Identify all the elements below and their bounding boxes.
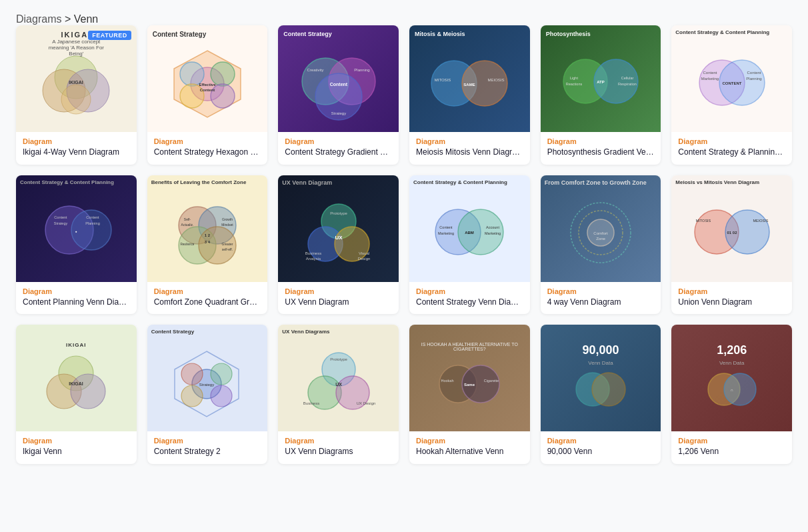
card-item[interactable]: Content Strategy & Content Planning Cont… [671,25,792,165]
card-title: 1,206 Venn [678,447,785,457]
breadcrumb-current: Venn [74,13,98,25]
card-item[interactable]: IS HOOKAH A HEALTHIER ALTERNATIVE TO CIG… [409,325,530,464]
svg-text:Business: Business [303,401,319,405]
card-type-label: Diagram [416,137,523,145]
svg-point-92 [211,363,232,385]
card-type-label: Diagram [678,137,785,145]
card-thumbnail-15: UX Venn Diagrams Prototype Business UX D… [278,325,399,431]
svg-text:Prototype: Prototype [330,211,347,215]
card-title: Hookah Alternative Venn [416,447,523,457]
card-item[interactable]: UX Venn Diagram Prototype Business Analy… [278,175,399,315]
svg-point-91 [181,363,203,385]
card-item[interactable]: IKIGAI A Japanese concept meaning 'A Rea… [16,25,137,165]
svg-text:Marketing: Marketing [485,231,501,235]
svg-text:Actualiz.: Actualiz. [181,223,194,227]
svg-text:Account: Account [486,225,499,229]
card-thumbnail-9: UX Venn Diagram Prototype Business Analy… [278,175,399,282]
card-type-label: Diagram [547,287,655,295]
card-item[interactable]: Content Strategy Effective Content Diagr… [147,25,268,165]
svg-point-94 [211,385,232,407]
svg-point-111 [724,373,756,405]
card-item[interactable]: From Comfort Zone to Growth Zone Comfort… [541,175,661,315]
card-title: 90,000 Venn [547,447,655,457]
svg-text:Greater: Greater [222,242,233,246]
card-item[interactable]: Mitosis & Meiosis MITOSIS MEIOSIS SAME D… [409,25,530,165]
svg-text:UX Design: UX Design [356,401,375,405]
svg-text:UX: UX [335,235,343,241]
card-type-label: Diagram [285,437,392,445]
card-type-label: Diagram [547,137,655,145]
card-thumbnail-1: IKIGAI A Japanese concept meaning 'A Rea… [16,25,137,132]
svg-text:1  2: 1 2 [205,233,211,237]
svg-text:Hookah: Hookah [441,379,454,383]
card-type-label: Diagram [678,437,785,445]
svg-text:Creativity: Creativity [307,68,323,72]
card-type-label: Diagram [416,287,523,295]
svg-text:Cigarette: Cigarette [484,379,499,383]
svg-text:Prototype: Prototype [330,357,347,361]
svg-text:Content: Content [329,82,347,87]
breadcrumb: Diagrams > Venn [16,13,792,25]
card-title: UX Venn Diagram [285,297,392,308]
card-type-label: Diagram [154,137,261,145]
svg-text:Marketing: Marketing [701,77,718,81]
card-thumbnail-12: Meiosis vs Mitosis Venn Diagram MITOSIS … [671,175,792,282]
card-item[interactable]: IKIGAI IKIGAI DiagramIkigai Venn [16,325,137,464]
svg-text:CONTENT: CONTENT [722,81,741,85]
card-item[interactable]: Photosynthesis Light Reactions Cellular … [541,25,661,165]
card-title: Content Strategy & Planning Ve... [678,147,785,158]
card-title: Content Strategy 2 [154,447,261,457]
card-type-label: Diagram [154,437,261,445]
card-thumbnail-4: Mitosis & Meiosis MITOSIS MEIOSIS SAME [409,25,530,132]
card-item[interactable]: Content Strategy Creativity Planning Str… [278,25,399,165]
svg-text:ATP: ATP [597,80,605,84]
card-type-label: Diagram [23,137,130,145]
card-title: Photosynthesis Gradient Venn D... [547,147,655,158]
svg-text:Content: Content [87,215,100,219]
card-thumbnail-10: Content Strategy & Content Planning Cont… [409,175,530,282]
svg-text:Planning: Planning [86,221,100,225]
svg-text:Analysis: Analysis [305,257,320,261]
svg-text:Visual: Visual [359,251,369,255]
card-thumbnail-2: Content Strategy Effective Content [147,25,268,132]
svg-text:UX: UX [335,382,342,387]
card-item[interactable]: Content Strategy Strategy DiagramContent… [147,325,268,464]
svg-text:MEIOSIS: MEIOSIS [753,219,768,223]
card-thumbnail-6: Content Strategy & Content Planning Cont… [671,25,792,132]
card-title: Union Venn Diagram [678,297,785,308]
card-thumbnail-7: Content Strategy & Content Planning Cont… [16,175,137,282]
svg-text:SAME: SAME [464,83,475,87]
svg-text:Same: Same [464,383,475,387]
card-title: Content Strategy Venn Diagram [416,297,523,308]
card-item[interactable]: Benefits of Leaving the Comfort Zone Sel… [147,175,268,315]
card-item[interactable]: 1,206 Venn Data ∩ Diagram1,206 Venn [671,325,792,464]
card-title: UX Venn Diagrams [285,447,392,457]
svg-text:Mindset: Mindset [221,223,233,227]
svg-text:●: ● [75,229,77,233]
svg-text:Effective: Effective [199,83,216,87]
card-title: Content Strategy Hexagon Venn... [154,147,261,158]
svg-text:Content: Content [703,71,717,75]
svg-text:Strategy: Strategy [331,111,345,115]
card-type-label: Diagram [547,437,655,445]
svg-text:Strategy: Strategy [54,221,68,225]
card-item[interactable]: Content Strategy & Content Planning Cont… [16,175,137,315]
card-type-label: Diagram [285,287,392,295]
card-type-label: Diagram [678,287,785,295]
svg-text:MEIOSIS: MEIOSIS [488,78,505,82]
card-item[interactable]: Content Strategy & Content Planning Cont… [409,175,530,315]
svg-text:∩: ∩ [731,388,733,392]
card-type-label: Diagram [416,437,523,445]
card-item[interactable]: UX Venn Diagrams Prototype Business UX D… [278,325,399,464]
svg-text:Content: Content [747,71,761,75]
breadcrumb-parent[interactable]: Diagrams [16,13,61,25]
card-thumbnail-3: Content Strategy Creativity Planning Str… [278,25,399,132]
card-item[interactable]: Meiosis vs Mitosis Venn Diagram MITOSIS … [671,175,792,315]
card-type-label: Diagram [23,287,130,295]
svg-text:Content: Content [440,225,453,229]
svg-point-93 [181,385,203,407]
card-type-label: Diagram [285,137,392,145]
svg-text:Resilience: Resilience [181,243,195,246]
card-item[interactable]: 90,000 Venn Data Diagram90,000 Venn [541,325,661,464]
svg-text:Content: Content [200,88,215,92]
